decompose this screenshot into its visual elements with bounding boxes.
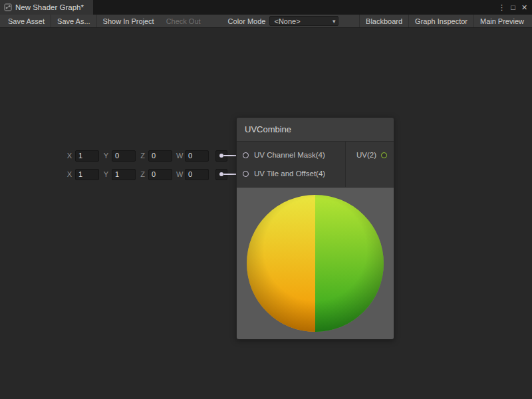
main-preview-button[interactable]: Main Preview <box>474 15 530 27</box>
output-ports: UV(2) <box>346 142 394 187</box>
vector-value: 0 <box>188 152 192 160</box>
graph-inspector-button[interactable]: Graph Inspector <box>409 15 473 27</box>
node-title: UVCombine <box>245 124 291 134</box>
vector-value-field[interactable]: 1 <box>112 169 136 180</box>
vector-value: 0 <box>152 170 156 178</box>
color-mode-value: <None> <box>274 17 300 25</box>
vector-value: 1 <box>78 152 82 160</box>
vector-component-label: X <box>66 170 72 178</box>
vector-value-field[interactable]: 1 <box>75 169 99 180</box>
vector-component-y: Y 1 <box>103 169 136 180</box>
vector-value-field[interactable]: 0 <box>148 150 172 162</box>
maximize-icon[interactable]: □ <box>507 3 519 11</box>
show-in-project-button[interactable]: Show In Project <box>97 15 160 27</box>
output-port-label: UV(2) <box>356 151 376 159</box>
vector-component-z: Z 0 <box>140 150 172 162</box>
title-bar: New Shader Graph* ⋮ □ ✕ <box>0 0 532 15</box>
vector-component-label: X <box>66 152 72 160</box>
unity-shader-graph-window: New Shader Graph* ⋮ □ ✕ Save Asset Save … <box>0 0 532 399</box>
chevron-down-icon: ▾ <box>332 18 336 25</box>
vector4-input-row-1: X 1 Y 0 Z 0 W 0 <box>66 149 227 162</box>
node-preview <box>237 188 394 339</box>
vector4-input-row-2: X 1 Y 1 Z 0 W 0 <box>66 168 227 181</box>
vector-component-x: X 1 <box>66 150 99 162</box>
output-port-uv: UV(2) <box>346 146 394 164</box>
window-controls: ⋮ □ ✕ <box>496 0 532 15</box>
input-port-icon[interactable] <box>243 152 249 158</box>
save-as-button[interactable]: Save As... <box>51 15 96 27</box>
vector-component-w: W 0 <box>176 150 209 162</box>
color-mode-dropdown[interactable]: <None> ▾ <box>269 16 338 26</box>
vector-value-field[interactable]: 0 <box>112 150 136 162</box>
vector-component-label: W <box>176 170 182 178</box>
tab-new-shader-graph[interactable]: New Shader Graph* <box>0 0 93 15</box>
toolbar: Save Asset Save As... Show In Project Ch… <box>0 15 532 28</box>
vector-value-field[interactable]: 1 <box>75 150 99 162</box>
vector-component-label: Z <box>140 152 146 160</box>
node-uvcombine[interactable]: UVCombine UV Channel Mask(4) UV Tile and… <box>236 117 394 340</box>
vector-component-x: X 1 <box>66 169 99 180</box>
toolbar-right-group: Blackboard Graph Inspector Main Preview <box>359 15 530 27</box>
input-port-uv-channel-mask: UV Channel Mask(4) <box>237 146 345 164</box>
save-asset-button[interactable]: Save Asset <box>2 15 51 27</box>
vector-value-field[interactable]: 0 <box>185 150 209 162</box>
vector-value: 0 <box>188 170 192 178</box>
window-menu-icon[interactable]: ⋮ <box>496 3 507 12</box>
vector-component-z: Z 0 <box>140 169 172 180</box>
graph-canvas[interactable]: X 1 Y 0 Z 0 W 0 X 1 Y <box>0 28 532 399</box>
output-port-icon[interactable] <box>381 152 387 158</box>
vector-value-field[interactable]: 0 <box>185 169 209 180</box>
vector-value: 1 <box>115 170 119 178</box>
input-port-icon[interactable] <box>243 171 249 177</box>
input-port-label: UV Tile and Offset(4) <box>254 170 325 178</box>
vector-value-field[interactable]: 0 <box>148 169 172 180</box>
close-icon[interactable]: ✕ <box>519 3 530 12</box>
vector-value: 0 <box>152 152 156 160</box>
vector-component-label: W <box>176 152 182 160</box>
vector-value: 1 <box>78 170 82 178</box>
vector-value: 0 <box>115 152 119 160</box>
color-mode-label: Color Mode <box>224 17 270 25</box>
check-out-button[interactable]: Check Out <box>160 15 207 27</box>
tab-title: New Shader Graph* <box>15 3 84 11</box>
preview-sphere <box>247 195 384 332</box>
vector-component-label: Z <box>140 170 146 178</box>
node-header[interactable]: UVCombine <box>237 118 394 142</box>
vector-component-y: Y 0 <box>103 150 136 162</box>
node-ports: UV Channel Mask(4) UV Tile and Offset(4)… <box>237 142 394 188</box>
shader-graph-icon <box>4 3 12 11</box>
input-port-label: UV Channel Mask(4) <box>254 151 325 159</box>
input-ports: UV Channel Mask(4) UV Tile and Offset(4) <box>237 142 346 187</box>
vector-component-label: Y <box>103 152 109 160</box>
input-port-uv-tile-offset: UV Tile and Offset(4) <box>237 164 345 183</box>
blackboard-button[interactable]: Blackboard <box>360 15 408 27</box>
vector-component-label: Y <box>103 170 109 178</box>
vector-component-w: W 0 <box>176 169 209 180</box>
